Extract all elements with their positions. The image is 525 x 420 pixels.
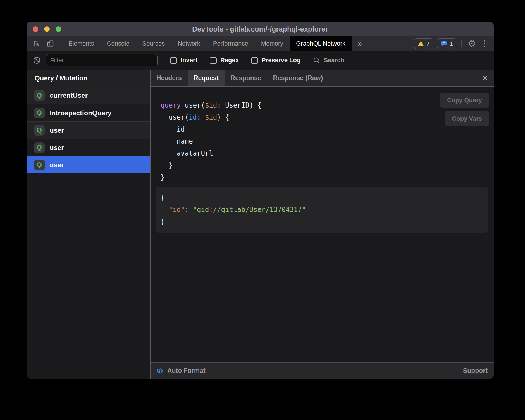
preserve-log-checkbox-group[interactable]: Preserve Log (251, 57, 300, 64)
clear-ban-icon[interactable] (33, 56, 41, 65)
query-list-panel: Query / Mutation Q currentUser Q Introsp… (27, 70, 151, 379)
code-line: avatarUrl (161, 147, 494, 159)
inspect-element-icon[interactable] (33, 39, 41, 48)
query-list-header: Query / Mutation (27, 70, 150, 87)
devtools-tabstrip: Elements Console Sources Network Perform… (27, 36, 494, 51)
support-link[interactable]: Support (463, 367, 488, 374)
tab-sources[interactable]: Sources (136, 36, 171, 51)
regex-checkbox-group[interactable]: Regex (210, 57, 239, 64)
query-type-badge: Q (34, 108, 45, 118)
query-row-user-2[interactable]: Q user (27, 139, 150, 156)
invert-label: Invert (181, 57, 197, 64)
warning-count: 7 (426, 40, 430, 47)
search-button[interactable]: Search (313, 56, 344, 64)
kebab-menu-icon[interactable] (481, 40, 488, 47)
query-row-label: IntrospectionQuery (50, 109, 111, 117)
filter-input[interactable] (46, 54, 158, 66)
code-line: { (161, 192, 488, 204)
tab-console[interactable]: Console (101, 36, 136, 51)
query-row-label: user (50, 161, 64, 169)
query-row-currentuser[interactable]: Q currentUser (27, 87, 150, 104)
query-type-badge: Q (34, 142, 45, 153)
query-type-badge: Q (34, 125, 45, 136)
copy-query-button[interactable]: Copy Query (440, 93, 489, 108)
code-line: id (161, 123, 494, 135)
close-detail-icon[interactable]: × (480, 70, 490, 86)
code-line: "id": "gid://gitlab/User/13704317" (161, 204, 488, 216)
tab-response-raw[interactable]: Response (Raw) (267, 70, 329, 86)
search-icon (313, 56, 321, 64)
devtools-window: DevTools - gitlab.com/-/graphql-explorer… (27, 22, 494, 379)
query-row-label: user (50, 144, 64, 152)
message-count: 1 (450, 40, 453, 47)
titlebar: DevTools - gitlab.com/-/graphql-explorer (27, 22, 494, 36)
code-brackets-icon (156, 367, 164, 375)
query-row-label: currentUser (50, 92, 88, 99)
copy-vars-button[interactable]: Copy Vars (445, 111, 489, 126)
query-row-introspectionquery[interactable]: Q IntrospectionQuery (27, 104, 150, 121)
query-variables-box: { "id": "gid://gitlab/User/13704317"} (156, 187, 488, 233)
filter-toolbar: Invert Regex Preserve Log Search (27, 51, 494, 70)
request-detail-panel: Headers Request Response Response (Raw) … (151, 70, 494, 379)
regex-checkbox[interactable] (210, 57, 217, 64)
code-line: user(id: $id) { (161, 111, 494, 123)
more-tabs-chevron-icon[interactable]: » (352, 36, 368, 51)
detail-footer: Auto Format Support (151, 362, 494, 379)
search-label: Search (324, 57, 344, 64)
settings-gear-icon[interactable]: ⚙ (467, 39, 477, 48)
tab-elements[interactable]: Elements (62, 36, 101, 51)
query-row-user-3-selected[interactable]: Q user (27, 156, 150, 173)
detail-tabbar: Headers Request Response Response (Raw) … (151, 70, 494, 87)
invert-checkbox[interactable] (170, 57, 177, 64)
query-type-badge: Q (34, 90, 45, 101)
window-title: DevTools - gitlab.com/-/graphql-explorer (27, 22, 494, 36)
tab-graphql-network[interactable]: GraphQL Network (290, 36, 352, 51)
invert-checkbox-group[interactable]: Invert (170, 57, 197, 64)
device-toolbar-icon[interactable] (46, 39, 54, 48)
message-icon (440, 40, 447, 47)
auto-format-label: Auto Format (167, 367, 206, 374)
toolbar-separator (461, 40, 462, 47)
tab-request[interactable]: Request (188, 70, 225, 86)
tab-network[interactable]: Network (171, 36, 207, 51)
tab-memory[interactable]: Memory (255, 36, 290, 51)
request-body: query user($id: UserID) { user(id: $id) … (151, 87, 494, 362)
warnings-badge[interactable]: 7 (414, 38, 433, 49)
tab-headers[interactable]: Headers (151, 70, 188, 86)
query-type-badge: Q (34, 160, 45, 170)
tab-performance[interactable]: Performance (207, 36, 255, 51)
code-line: } (161, 159, 494, 171)
tab-response[interactable]: Response (225, 70, 267, 86)
issues-badge[interactable]: 1 (437, 38, 456, 49)
query-row-user-1[interactable]: Q user (27, 121, 150, 139)
code-line: } (161, 171, 494, 183)
auto-format-button[interactable]: Auto Format (156, 367, 206, 375)
code-line: } (161, 216, 488, 228)
query-row-label: user (50, 127, 64, 134)
preserve-log-label: Preserve Log (262, 57, 300, 64)
code-line: name (161, 135, 494, 147)
warning-icon (417, 40, 424, 47)
preserve-log-checkbox[interactable] (251, 57, 258, 64)
toolbar-separator (59, 39, 59, 48)
regex-label: Regex (220, 57, 239, 64)
